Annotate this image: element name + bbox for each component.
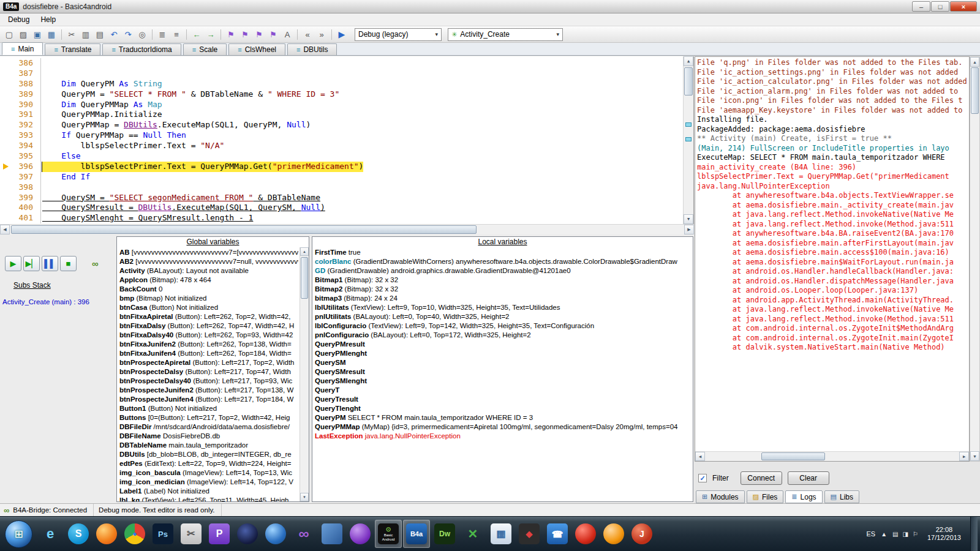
find-button[interactable]: ◎: [135, 28, 149, 40]
scroll-down-button[interactable]: ▼: [300, 493, 309, 501]
variable-row[interactable]: AB2 [vvvvvvvvvvvvvvvvvvvvvvvvvvv7=null, …: [119, 257, 298, 266]
variable-row[interactable]: pnlUtilitats (BALayout): Left=0, Top=40,…: [315, 312, 692, 321]
filter-checkbox[interactable]: ✓: [698, 474, 707, 482]
scroll-thumb[interactable]: [301, 257, 308, 299]
tab-scale[interactable]: ≡Scale: [183, 43, 227, 55]
cut-button[interactable]: ✂: [65, 28, 78, 40]
tab-modules[interactable]: ⊞Modules: [696, 490, 745, 503]
code-text[interactable]: lblspSelectPrimer.Text = "N/A": [42, 141, 224, 151]
code-text[interactable]: Else: [42, 151, 81, 162]
breakpoint-margin[interactable]: [0, 193, 13, 203]
code-text[interactable]: QuerySMresult = DBUtils.ExecuteMap(SQL1,…: [42, 203, 325, 213]
scroll-right-button[interactable]: ▶: [959, 452, 969, 461]
scroll-thumb[interactable]: [684, 67, 693, 96]
connect-button[interactable]: Connect: [741, 471, 782, 485]
variable-row[interactable]: QuerySM: [315, 358, 692, 367]
flag-icon[interactable]: ⚐: [913, 531, 918, 538]
internet-explorer[interactable]: e: [37, 520, 64, 548]
tab-traductoridioma[interactable]: ≡TraductorIdioma: [102, 43, 181, 55]
bookmark-button-4[interactable]: ⚑: [266, 28, 280, 40]
debug-bridge-app[interactable]: [572, 520, 599, 548]
scroll-down-button[interactable]: ▼: [684, 214, 693, 224]
variable-row[interactable]: bmp (Bitmap) Not initialized: [119, 294, 298, 303]
tab-dbutils[interactable]: ≡DBUtils: [287, 43, 337, 55]
variable-row[interactable]: btnProspecteJunifen2 (Button): Left=217,…: [119, 386, 298, 395]
variable-row[interactable]: QueryPMMap (MyMap) {id=3, primermedicame…: [315, 422, 692, 432]
variable-row[interactable]: btnCasa (Button) Not initialized: [119, 303, 298, 312]
scroll-thumb[interactable]: [761, 452, 825, 460]
clock[interactable]: 22:08 17/12/2013: [924, 526, 965, 542]
variable-row[interactable]: bitmap3 (Bitmap): 24 x 24: [315, 294, 692, 303]
language-indicator[interactable]: ES: [866, 530, 875, 538]
breakpoint-margin[interactable]: [0, 141, 13, 151]
clear-button[interactable]: Clear: [788, 471, 829, 485]
redo-button[interactable]: ↷: [121, 28, 135, 40]
bookmark-button-1[interactable]: ⚑: [224, 28, 238, 40]
visual-studio[interactable]: ∞: [290, 520, 317, 548]
variable-row[interactable]: DBFileDir /mnt/sdcard/Android/data/aema.…: [119, 422, 298, 432]
step-button[interactable]: ▶▏: [23, 256, 40, 271]
new-file-button[interactable]: ▢: [2, 28, 16, 40]
variable-row[interactable]: QueryTresult: [315, 395, 692, 404]
back-button[interactable]: ←: [190, 28, 203, 40]
media-app[interactable]: ◆: [516, 520, 543, 548]
variable-row[interactable]: btnProspecteDalsy40 (Button): Left=217, …: [119, 377, 298, 386]
editor-vertical-scrollbar[interactable]: ▲ ▼: [683, 56, 693, 224]
breakpoint-margin[interactable]: [0, 203, 13, 213]
tray-expand-icon[interactable]: ▲: [881, 531, 887, 538]
variable-row[interactable]: GD (GradientDrawable) android.graphics.d…: [315, 266, 692, 276]
variable-row[interactable]: DBTableName main.taula_temporitzador: [119, 441, 298, 450]
variable-row[interactable]: btnProspecteDalsy (Button): Left=217, To…: [119, 367, 298, 377]
editor-horizontal-scrollbar[interactable]: ◀ ▶: [0, 224, 694, 234]
variable-row[interactable]: QuerySMlenght: [315, 377, 692, 386]
variable-row[interactable]: lbl_kg (TextView): Left=256, Top=11, Wid…: [119, 496, 298, 502]
variable-row[interactable]: edtPes (EditText): Left=22, Top=9, Width…: [119, 459, 298, 468]
variable-row[interactable]: LastException java.lang.NullPointerExcep…: [315, 432, 692, 441]
code-text[interactable]: End If: [42, 172, 90, 182]
open-file-button[interactable]: ▨: [17, 28, 30, 40]
variable-row[interactable]: BackCount 0: [119, 285, 298, 294]
variable-row[interactable]: btnFitxaDalsy40 (Button): Left=262, Top=…: [119, 331, 298, 340]
variable-row[interactable]: pnlConfiguracio (BALayout): Left=0, Top=…: [315, 331, 692, 340]
code-text[interactable]: QueryPMMap.Initialize: [42, 110, 162, 120]
logs-vertical-scrollbar[interactable]: ▲ ▼: [970, 56, 980, 462]
undo-button[interactable]: ↶: [107, 28, 121, 40]
variable-row[interactable]: DBUtils [db_blob=BLOB, db_integer=INTEGE…: [119, 450, 298, 459]
variable-row[interactable]: Button1 (Button) Not initialized: [119, 404, 298, 413]
title-bar[interactable]: B4a dosisfiebre - Basic4android – □ ×: [0, 0, 980, 13]
code-text[interactable]: lblspSelectPrimer.Text = QueryPMMap.Get(…: [42, 162, 363, 172]
phone-app[interactable]: ☎: [544, 520, 571, 548]
tab-files[interactable]: ▨Files: [747, 490, 784, 503]
scroll-left-button[interactable]: ◀: [0, 225, 10, 234]
tab-libs[interactable]: ▤Libs: [824, 490, 859, 503]
variable-row[interactable]: img_icon_bascula (ImageView): Left=14, T…: [119, 468, 298, 478]
breakpoint-margin[interactable]: [0, 120, 13, 130]
tab-main[interactable]: ≡Main: [2, 42, 43, 55]
code-text[interactable]: Dim QueryPMMap As Map: [42, 100, 162, 110]
variable-row[interactable]: Label1 (Label) Not initialized: [119, 487, 298, 496]
knife-tool[interactable]: ✂: [178, 520, 205, 548]
font-button[interactable]: A: [281, 28, 294, 40]
breakpoint-margin[interactable]: [0, 100, 13, 110]
breakpoint-margin[interactable]: [0, 89, 13, 100]
code-editor[interactable]: 386387388 Dim QueryPM As String389 Query…: [0, 56, 694, 224]
variable-row[interactable]: QueryPMresult: [315, 340, 692, 349]
skype[interactable]: S: [65, 520, 92, 548]
variable-row[interactable]: QueryPMlenght: [315, 349, 692, 358]
entry-point-dropdown[interactable]: ✳ Activity_Create ▾: [448, 28, 563, 41]
breakpoint-margin[interactable]: [0, 69, 13, 79]
start-button[interactable]: ⊞: [5, 520, 32, 548]
globals-scrollbar[interactable]: ▲ ▼: [300, 247, 309, 501]
scroll-down-button[interactable]: ▼: [970, 451, 979, 461]
menu-help[interactable]: Help: [35, 14, 61, 25]
eclipse[interactable]: [234, 520, 261, 548]
log-lines[interactable]: File 'q.png' in Files folder was not add…: [695, 57, 969, 353]
menu-debug[interactable]: Debug: [2, 14, 35, 25]
code-text[interactable]: QuerySM = "SELECT segonMedicament FROM "…: [42, 193, 320, 203]
variable-row[interactable]: Bitmap2 (Bitmap): 32 x 32: [315, 285, 692, 294]
variable-row[interactable]: btnFitxaApiretal (Button): Left=262, Top…: [119, 312, 298, 321]
variable-row[interactable]: Bitmap1 (Bitmap): 32 x 32: [315, 276, 692, 285]
copy-button[interactable]: ▥: [79, 28, 92, 40]
maximize-button[interactable]: □: [931, 1, 949, 12]
show-desktop-button[interactable]: [970, 517, 978, 551]
